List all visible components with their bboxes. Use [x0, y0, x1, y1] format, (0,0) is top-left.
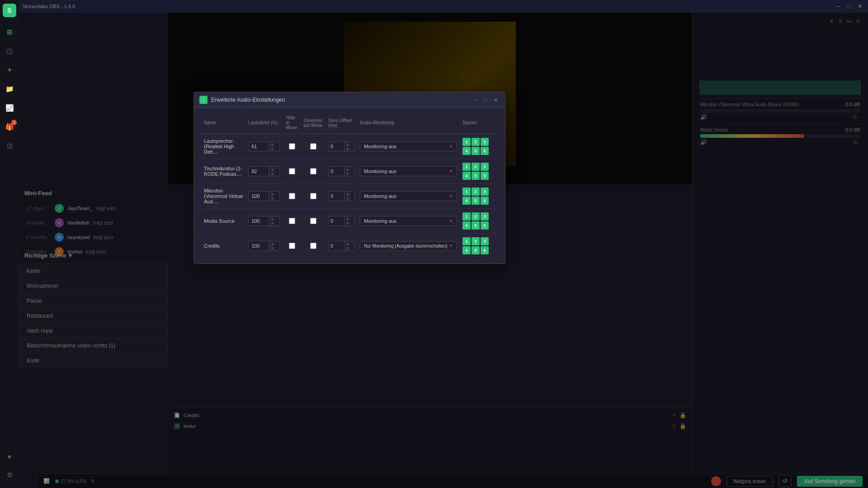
row2-track-4[interactable]: 4 [462, 172, 471, 180]
row1-track-5[interactable]: 5 [472, 147, 480, 155]
row1-vol-down[interactable]: ▼ [269, 146, 275, 151]
row5-sync-up[interactable]: ▲ [344, 241, 351, 246]
row5-monitoring-select[interactable]: Nur Monitoring (Ausgabe stummschalten) ▼ [360, 241, 457, 251]
row3-sync-field[interactable] [329, 192, 344, 200]
row1-downmix-check[interactable] [310, 143, 316, 150]
row2-volume-input[interactable]: ▲ ▼ [248, 166, 280, 176]
row2-track-6[interactable]: 6 [481, 172, 489, 180]
row1-track-6[interactable]: 6 [481, 147, 489, 155]
row3-track-4[interactable]: 4 [462, 197, 471, 205]
close-button[interactable]: ✕ [855, 2, 864, 11]
sidebar-item-store[interactable]: 🎁 ! [1, 119, 18, 135]
row2-track-5[interactable]: 5 [472, 172, 480, 180]
sidebar-item-home[interactable]: ⊞ [1, 24, 18, 40]
row5-track-1[interactable]: 1 [462, 237, 471, 245]
row1-sync-input[interactable]: ▲ ▼ [328, 141, 354, 151]
minimize-button[interactable]: ─ [834, 2, 843, 11]
row1-sync-field[interactable] [329, 142, 344, 150]
row1-sync-down[interactable]: ▼ [344, 146, 351, 151]
row3-track-3[interactable]: 3 [481, 188, 489, 196]
row5-volume-field[interactable] [249, 242, 269, 250]
row2-sync-input[interactable]: ▲ ▼ [328, 166, 354, 176]
row4-hide-check[interactable] [289, 218, 295, 224]
row4-track-2[interactable]: 2 [472, 212, 480, 221]
row2-track-3[interactable]: 3 [481, 163, 489, 171]
row1-track-4[interactable]: 4 [462, 147, 471, 155]
modal-close-button[interactable]: ✕ [491, 96, 500, 104]
row4-track-4[interactable]: 4 [462, 221, 471, 230]
sidebar-item-media[interactable]: 📁 [1, 81, 18, 97]
maximize-button[interactable]: □ [844, 2, 854, 11]
row4-vol-up[interactable]: ▲ [269, 216, 275, 221]
row3-track-5[interactable]: 5 [472, 197, 480, 205]
row1-volume-field[interactable] [249, 142, 269, 150]
row4-track-1[interactable]: 1 [462, 212, 471, 221]
row5-downmix-check[interactable] [310, 243, 316, 249]
row2-volume-field[interactable] [249, 167, 269, 175]
row4-vol-down[interactable]: ▼ [269, 221, 275, 225]
sidebar-item-analytics[interactable]: 📈 [1, 100, 18, 116]
row3-downmix-check[interactable] [310, 193, 316, 199]
modal-maximize-button[interactable]: □ [481, 96, 490, 104]
row1-monitoring-select[interactable]: Monitoring aus ▼ [360, 141, 457, 151]
row4-sync-field[interactable] [329, 217, 344, 225]
row2-downmix-check[interactable] [310, 168, 316, 174]
row2-monitoring-select[interactable]: Monitoring aus ▼ [360, 166, 457, 176]
row5-sync-down[interactable]: ▼ [344, 246, 351, 250]
row1-hide-check[interactable] [289, 143, 295, 150]
row5-vol-up[interactable]: ▲ [269, 241, 275, 246]
row3-hide-check[interactable] [289, 193, 295, 199]
row5-track-2[interactable]: 2 [472, 237, 480, 245]
row2-vol-up[interactable]: ▲ [269, 167, 275, 171]
row2-track-1[interactable]: 1 [462, 163, 471, 171]
row3-volume-field[interactable] [249, 192, 269, 200]
sidebar-item-gear[interactable]: ⚙ [1, 467, 18, 483]
row1-track-2[interactable]: 2 [472, 138, 480, 146]
row5-sync-input[interactable]: ▲ ▼ [328, 241, 354, 251]
row3-track-2[interactable]: 2 [472, 188, 480, 196]
row4-volume-field[interactable] [249, 217, 269, 225]
row3-sync-up[interactable]: ▲ [344, 192, 351, 196]
row4-sync-input[interactable]: ▲ ▼ [328, 216, 354, 226]
row4-monitoring-select[interactable]: Monitoring aus ▼ [360, 216, 457, 226]
row5-volume-input[interactable]: ▲ ▼ [248, 241, 280, 251]
row5-vol-down[interactable]: ▼ [269, 246, 275, 250]
sidebar-item-themes[interactable]: ◫ [1, 43, 18, 59]
row5-hide-check[interactable] [289, 243, 295, 249]
row2-sync-down[interactable]: ▼ [344, 171, 351, 176]
sidebar-item-settings-bottom[interactable]: ● [1, 448, 18, 464]
row1-track-3[interactable]: 3 [481, 138, 489, 146]
row2-sync-field[interactable] [329, 167, 344, 175]
row3-sync-down[interactable]: ▼ [344, 196, 351, 201]
row1-vol-up[interactable]: ▲ [269, 142, 275, 146]
sidebar-item-alerts[interactable]: ✦ [1, 62, 18, 78]
row3-volume-input[interactable]: ▲ ▼ [248, 191, 280, 201]
row5-track-4[interactable]: 4 [462, 246, 471, 254]
sidebar-item-extra[interactable]: ⊡ [1, 138, 18, 154]
row4-downmix-check[interactable] [310, 218, 316, 224]
row2-vol-down[interactable]: ▼ [269, 171, 275, 176]
row3-track-6[interactable]: 6 [481, 197, 489, 205]
row1-track-1[interactable]: 1 [462, 138, 471, 146]
row4-track-6[interactable]: 6 [481, 221, 489, 230]
row1-sync-up[interactable]: ▲ [344, 142, 351, 146]
row2-track-2[interactable]: 2 [472, 163, 480, 171]
row2-sync-up[interactable]: ▲ [344, 167, 351, 171]
row3-track-1[interactable]: 1 [462, 188, 471, 196]
row1-volume-input[interactable]: ▲ ▼ [248, 141, 280, 151]
modal-minimize-button[interactable]: ─ [472, 96, 480, 104]
row4-volume-input[interactable]: ▲ ▼ [248, 216, 280, 226]
row4-track-3[interactable]: 3 [481, 212, 489, 221]
row3-vol-down[interactable]: ▼ [269, 196, 275, 201]
row4-sync-down[interactable]: ▼ [344, 221, 351, 225]
row4-track-5[interactable]: 5 [472, 221, 480, 230]
row4-sync-up[interactable]: ▲ [344, 216, 351, 221]
row5-track-5[interactable]: 5 [472, 246, 480, 254]
row5-track-6[interactable]: 6 [481, 246, 489, 254]
row3-sync-input[interactable]: ▲ ▼ [328, 191, 354, 201]
row5-sync-field[interactable] [329, 242, 344, 250]
row2-hide-check[interactable] [289, 168, 295, 174]
row3-vol-up[interactable]: ▲ [269, 192, 275, 196]
row5-track-3[interactable]: 3 [481, 237, 489, 245]
row3-monitoring-select[interactable]: Monitoring aus ▼ [360, 191, 457, 201]
